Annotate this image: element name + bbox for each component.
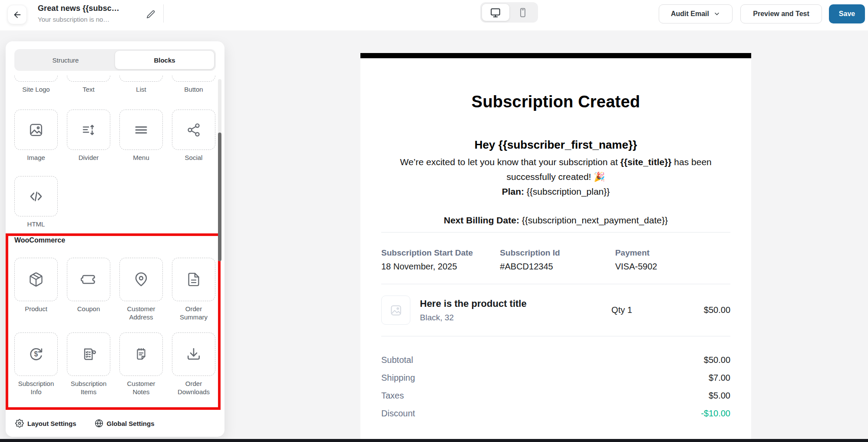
next-billing-line[interactable]: Next Billing Date: {{subscription_next_p…	[381, 215, 730, 226]
block-order-downloads[interactable]: Order Downloads	[172, 332, 215, 396]
tab-structure[interactable]: Structure	[16, 51, 115, 69]
layout-settings-label: Layout Settings	[27, 420, 76, 427]
block-social[interactable]: Social	[172, 110, 215, 162]
block-menu[interactable]: Menu	[119, 110, 163, 162]
mobile-preview-button[interactable]	[509, 4, 537, 21]
tab-blocks[interactable]: Blocks	[115, 51, 214, 69]
block-html[interactable]: HTML	[14, 176, 58, 228]
total-label: Discount	[381, 409, 415, 419]
block-image[interactable]: Image	[14, 110, 58, 162]
block-label: Image	[14, 153, 58, 162]
block-label: Site Logo	[14, 85, 58, 93]
total-label: Shipping	[381, 373, 415, 383]
global-settings-button[interactable]: Global Settings	[95, 419, 155, 428]
block-text[interactable]: Text	[67, 75, 110, 93]
menu-icon	[133, 122, 149, 138]
total-value-discount: -$10.00	[701, 409, 730, 419]
window-bottom-edge	[0, 439, 868, 442]
block-label: HTML	[14, 220, 58, 228]
image-placeholder-icon	[389, 304, 403, 317]
block-label: Coupon	[67, 305, 110, 313]
product-variant: Black, 32	[420, 313, 578, 322]
device-preview-toggle	[480, 2, 538, 23]
product-line-item[interactable]: Here is the product title Black, 32 Qty …	[381, 284, 730, 336]
block-site-logo[interactable]: Site Logo	[14, 75, 58, 93]
block-label: Subscription Items	[67, 379, 110, 396]
desktop-preview-button[interactable]	[482, 4, 509, 21]
block-label: Subscription Info	[14, 379, 58, 396]
block-label: Menu	[119, 153, 163, 162]
notepad-icon	[134, 347, 149, 362]
recurring-payment-icon: $	[28, 346, 44, 362]
file-text-icon	[186, 272, 201, 287]
audit-email-label: Audit Email	[671, 10, 709, 18]
info-col-payment: Payment VISA-5902	[615, 248, 730, 272]
preview-and-test-label: Preview and Test	[753, 10, 809, 18]
block-order-summary[interactable]: Order Summary	[172, 258, 215, 321]
info-value: VISA-5902	[615, 262, 730, 272]
block-coupon[interactable]: Coupon	[67, 258, 110, 313]
ticket-icon	[81, 272, 96, 287]
info-value: 18 November, 2025	[381, 262, 500, 272]
paragraph-text: We’re excited to let you know that your …	[400, 157, 620, 167]
total-row-subtotal: Subtotal $50.00	[381, 351, 730, 369]
preview-and-test-button[interactable]: Preview and Test	[740, 4, 822, 23]
block-customer-address[interactable]: Customer Address	[119, 258, 163, 321]
map-pin-icon	[133, 272, 149, 287]
header-separator	[163, 4, 164, 23]
total-value: $50.00	[704, 355, 730, 365]
blocks-sidebar: Structure Blocks Site Logo Text List But…	[6, 41, 224, 437]
chevron-down-icon	[713, 10, 720, 17]
email-greeting[interactable]: Hey {{subscriber_first_name}}	[381, 138, 730, 151]
block-label: Order Summary	[172, 305, 215, 321]
billing-label: Next Billing Date:	[444, 215, 519, 225]
layout-settings-button[interactable]: Layout Settings	[15, 419, 76, 428]
block-divider[interactable]: Divider	[67, 110, 110, 162]
block-customer-notes[interactable]: Customer Notes	[119, 332, 163, 396]
edit-title-icon[interactable]	[146, 10, 156, 20]
audit-email-button[interactable]: Audit Email	[659, 4, 733, 23]
info-col-subscription-id: Subscription Id #ABCD12345	[500, 248, 615, 272]
product-qty: Qty 1	[578, 305, 665, 315]
email-paragraph[interactable]: We’re excited to let you know that your …	[381, 155, 730, 199]
total-label: Taxes	[381, 391, 404, 401]
product-image-placeholder	[381, 296, 410, 325]
block-label: Order Downloads	[172, 379, 215, 396]
save-label: Save	[839, 10, 855, 18]
checklist-receipt-icon	[81, 346, 96, 362]
save-button[interactable]: Save	[829, 4, 865, 23]
paragraph-text: successfully created! 🎉	[507, 172, 605, 182]
email-title-block: Great news {{subsc… Your subscription is…	[38, 4, 119, 23]
product-price: $50.00	[665, 305, 730, 315]
smartphone-icon	[518, 7, 528, 18]
share-icon	[186, 123, 201, 137]
email-divider	[381, 232, 730, 233]
total-value: $5.00	[709, 391, 730, 401]
desktop-icon	[490, 7, 501, 18]
download-icon	[186, 347, 201, 362]
back-arrow-icon	[13, 10, 22, 20]
block-tile-cutoff	[172, 75, 215, 82]
block-subscription-items[interactable]: Subscription Items	[67, 332, 110, 396]
block-subscription-info[interactable]: $ Subscription Info	[14, 332, 58, 396]
email-heading[interactable]: Subscription Created	[381, 58, 730, 111]
block-button[interactable]: Button	[172, 75, 215, 93]
block-list[interactable]: List	[119, 75, 163, 93]
subscription-info-row[interactable]: Subscription Start Date 18 November, 202…	[381, 248, 730, 272]
info-label: Subscription Start Date	[381, 248, 500, 258]
block-tile-cutoff	[119, 75, 163, 82]
email-builder-app: Great news {{subsc… Your subscription is…	[0, 0, 868, 442]
block-label: Text	[67, 85, 110, 93]
order-totals[interactable]: Subtotal $50.00 Shipping $7.00 Taxes $5.…	[381, 351, 730, 422]
tab-blocks-label: Blocks	[154, 56, 175, 64]
info-col-start-date: Subscription Start Date 18 November, 202…	[381, 248, 500, 272]
email-body: Subscription Created Hey {{subscriber_fi…	[360, 58, 751, 442]
product-info: Here is the product title Black, 32	[420, 298, 578, 322]
email-subtitle: Your subscription is no…	[38, 16, 119, 23]
email-preview-canvas[interactable]: Subscription Created Hey {{subscriber_fi…	[360, 53, 751, 442]
sidebar-scrollbar-thumb[interactable]	[218, 133, 221, 261]
svg-text:$: $	[34, 350, 38, 358]
block-product[interactable]: Product	[14, 258, 58, 313]
back-button[interactable]	[7, 5, 27, 24]
billing-merge-tag: {{subscription_next_payment_date}}	[519, 215, 668, 225]
